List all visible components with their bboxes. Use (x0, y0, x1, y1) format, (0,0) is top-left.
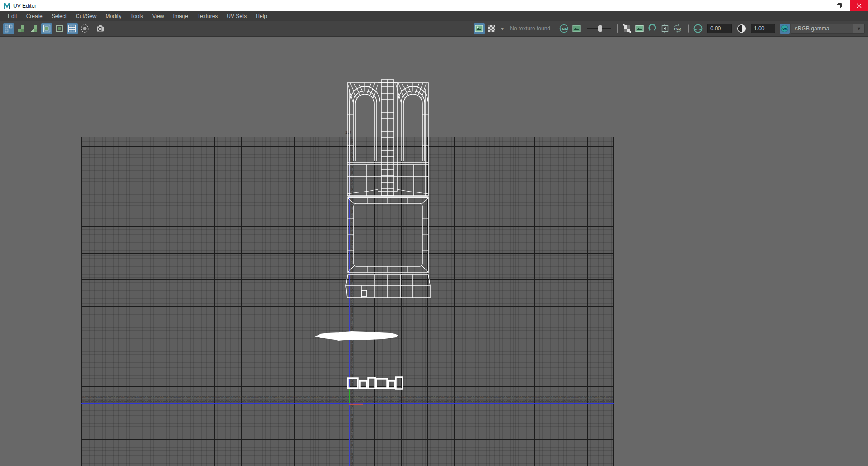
u-axis-line (81, 403, 614, 404)
framed-grid-dim-icon (54, 24, 64, 34)
menu-edit[interactable]: Edit (3, 11, 22, 21)
toolbar-separator (688, 24, 689, 33)
tiles-icon (4, 24, 14, 34)
color-management-toggle[interactable]: ON (780, 24, 790, 34)
dashed-circle-icon (79, 23, 90, 34)
minimize-icon (814, 4, 819, 8)
checkerboard-icon (487, 24, 496, 33)
pixel-grid-button[interactable] (67, 23, 78, 34)
folded-square-icon (29, 24, 39, 34)
window-title: UV Editor (13, 3, 36, 9)
image-brightness-icon (572, 24, 582, 34)
close-icon (857, 3, 862, 8)
x-box-icon (660, 24, 670, 34)
framed-texture-dim-button[interactable] (54, 23, 65, 34)
menu-create[interactable]: Create (22, 11, 47, 21)
rgb-icon: RGB (558, 23, 569, 34)
view-transform-select[interactable]: sRGB gamma ▼ (791, 24, 865, 34)
image-dim-button[interactable] (571, 23, 582, 34)
texture-status-label: No texture found (510, 25, 550, 32)
image-dim-slider[interactable] (587, 25, 611, 32)
svg-text:PSD: PSD (674, 27, 681, 31)
flipped-shells-button[interactable] (29, 23, 39, 34)
psd-icon: PSD (672, 23, 683, 34)
uv-grid[interactable] (81, 137, 614, 466)
restore-icon (837, 3, 842, 8)
checker-pattern-button[interactable] (486, 23, 497, 34)
image-icon (474, 24, 484, 34)
maya-logo-icon (4, 2, 10, 9)
grid-top-coordinate-label: 1.0 (345, 130, 351, 135)
slider-handle[interactable] (598, 25, 602, 32)
u-axis-tick-labels: 0.0000 0.0000 0.0000 0.0000 0.0000 0.000… (82, 399, 613, 403)
gamma-button[interactable] (736, 23, 747, 34)
titlebar[interactable]: UV Editor (0, 0, 868, 11)
aperture-icon (693, 23, 703, 34)
tiles-layout-button[interactable] (3, 23, 14, 34)
uv-editor-window: UV Editor Edit Create Select (0, 0, 868, 466)
menu-uv-sets[interactable]: UV Sets (222, 11, 251, 21)
camera-icon (95, 24, 105, 34)
menu-modify[interactable]: Modify (101, 11, 126, 21)
image-frame-icon (635, 24, 645, 34)
exposure-button[interactable] (693, 23, 703, 34)
image-display-button[interactable] (474, 23, 485, 34)
view-transform-value: sRGB gamma (791, 25, 853, 32)
close-button[interactable] (850, 0, 868, 11)
menu-tools[interactable]: Tools (126, 11, 148, 21)
contrast-icon (736, 23, 747, 34)
menu-image[interactable]: Image (169, 11, 193, 21)
chevron-down-icon[interactable]: ▼ (500, 26, 504, 31)
menubar: Edit Create Select Cut/Sew Modify Tools … (0, 11, 868, 21)
framed-texture-button[interactable] (41, 23, 52, 34)
stacked-shells-button[interactable] (16, 23, 27, 34)
checker-arrows-icon (622, 24, 632, 34)
restore-button[interactable] (828, 0, 850, 11)
toolbar: ▼ No texture found RGB (0, 21, 868, 36)
minimize-button[interactable] (805, 0, 828, 11)
grid-icon (67, 24, 77, 34)
menu-textures[interactable]: Textures (193, 11, 222, 21)
v-axis-tick-labels: 0.0000 0.0000 0.0000 0.0000 0.0000 0.000… (350, 137, 354, 466)
v-axis-line (349, 137, 350, 466)
stacked-squares-icon (16, 24, 26, 34)
uv-canvas[interactable]: 0.0000 0.0000 0.0000 0.0000 0.0000 0.000… (0, 36, 868, 466)
svg-text:RGB: RGB (560, 27, 567, 30)
exposure-field[interactable]: 0.00 (707, 24, 732, 33)
magnet-icon (647, 23, 658, 34)
rgb-channels-button[interactable]: RGB (558, 23, 569, 34)
image-range-button[interactable] (634, 23, 645, 34)
toolbar-separator (617, 24, 618, 33)
pixel-center-button[interactable] (659, 23, 670, 34)
menu-cut-sew[interactable]: Cut/Sew (71, 11, 101, 21)
uv-snapshot-button[interactable] (95, 23, 106, 34)
use-image-ratio-button[interactable] (647, 23, 658, 34)
menu-view[interactable]: View (148, 11, 169, 21)
select-arrow-icon[interactable]: ▼ (853, 24, 864, 33)
gamma-field[interactable]: 1.00 (751, 24, 775, 33)
pixel-snap-button[interactable] (79, 23, 90, 34)
framed-grid-icon (42, 24, 52, 34)
u-axis-tick-labels: 0.0000 0.0000 0.0000 0.0000 0.0000 0.000… (82, 395, 613, 399)
on-indicator: ON (781, 25, 788, 32)
unfiltered-texture-button[interactable] (621, 23, 632, 34)
menu-select[interactable]: Select (47, 11, 71, 21)
menu-help[interactable]: Help (251, 11, 272, 21)
update-psd-button[interactable]: PSD (672, 23, 683, 34)
